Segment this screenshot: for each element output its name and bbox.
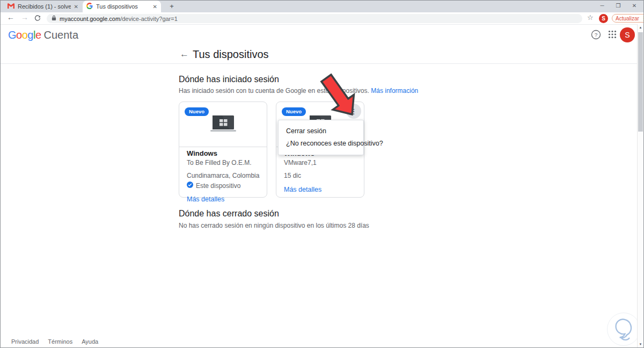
page-scrollbar[interactable]: ▲ ▼	[637, 24, 643, 347]
footer: Privacidad Términos Ayuda	[11, 338, 98, 345]
tab-strip: Recibidos (1) - solveticp1@gmail ✕ Tus d…	[1, 1, 643, 12]
device-info: Windows VMware7,1 15 dic Más detalles	[284, 149, 360, 193]
kebab-menu-icon: ⋮	[641, 16, 644, 21]
browser-window: Recibidos (1) - solveticp1@gmail ✕ Tus d…	[0, 0, 644, 348]
apps-grid-icon[interactable]	[608, 30, 617, 41]
logo-product-label: Cuenta	[44, 29, 79, 41]
new-badge: Nuevo	[282, 107, 306, 116]
update-label: Actualizar	[616, 16, 639, 21]
back-icon[interactable]: ←	[7, 13, 14, 21]
divider	[179, 147, 267, 147]
logo-letter: G	[8, 29, 16, 41]
logo-letter: o	[22, 29, 28, 41]
page-back-arrow[interactable]: ←	[180, 49, 189, 60]
signed-in-heading: Dónde has iniciado sesión	[179, 75, 279, 84]
footer-link-terms[interactable]: Términos	[48, 338, 72, 345]
logo-letter: e	[35, 29, 41, 41]
footer-link-help[interactable]: Ayuda	[82, 338, 98, 345]
reload-icon[interactable]	[34, 15, 41, 23]
extension-update-button[interactable]: Actualizar ⋮	[612, 14, 644, 23]
more-details-link[interactable]: Más detalles	[284, 186, 360, 193]
laptop-icon	[210, 114, 237, 135]
help-icon[interactable]: ?	[591, 30, 601, 42]
lightbulb-icon	[611, 316, 636, 342]
maximize-button[interactable]: ❐	[610, 1, 626, 12]
lock-icon	[52, 15, 56, 22]
new-tab-button[interactable]: +	[166, 2, 178, 11]
more-info-link[interactable]: Más información	[371, 87, 418, 95]
check-circle-icon	[187, 182, 193, 190]
google-favicon-icon	[86, 3, 93, 10]
logo-letter: o	[16, 29, 22, 41]
tab-title: Tus dispositivos	[96, 3, 150, 10]
device-card-this-device: Nuevo Windows To Be Filled By O.E.M. Cun…	[179, 102, 267, 198]
device-location: Cundinamarca, Colombia	[187, 172, 262, 179]
url-path: /device-activity?gar=1	[120, 16, 178, 22]
device-model: To Be Filled By O.E.M.	[187, 159, 262, 166]
tab-close-icon[interactable]: ✕	[153, 4, 157, 10]
device-menu-button[interactable]: ⋮	[346, 104, 361, 119]
tab-close-icon[interactable]: ✕	[74, 4, 78, 10]
url-host: myaccount.google.com	[60, 16, 120, 22]
this-device-label: Este dispositivo	[196, 182, 240, 190]
solvetic-logo	[607, 313, 640, 346]
tab-gmail[interactable]: Recibidos (1) - solveticp1@gmail ✕	[4, 1, 82, 12]
logo-letter: g	[27, 29, 33, 41]
close-button[interactable]: ✕	[626, 1, 642, 12]
device-name: Windows	[187, 149, 262, 157]
tab-your-devices[interactable]: Tus dispositivos ✕	[83, 1, 161, 12]
menu-item-sign-out[interactable]: Cerrar sesión	[279, 125, 363, 137]
device-last-active: 15 dic	[284, 172, 360, 179]
bookmark-star-icon[interactable]: ☆	[587, 13, 594, 21]
page-title: Tus dispositivos	[193, 48, 269, 61]
device-info: Windows To Be Filled By O.E.M. Cundinama…	[187, 149, 262, 203]
window-controls: ─ ❐ ✕	[594, 1, 642, 12]
signed-in-subtitle: Has iniciado sesión con tu cuenta de Goo…	[179, 87, 418, 95]
more-details-link[interactable]: Más detalles	[187, 195, 262, 203]
this-device-row: Este dispositivo	[187, 182, 262, 190]
minimize-button[interactable]: ─	[594, 1, 610, 12]
new-badge: Nuevo	[185, 107, 209, 116]
forward-icon: →	[21, 13, 28, 21]
device-model: VMware7,1	[284, 159, 360, 166]
scrollbar-thumb[interactable]	[638, 32, 643, 132]
address-bar[interactable]: myaccount.google.com/device-activity?gar…	[47, 14, 582, 23]
signed-out-heading: Dónde has cerrado sesión	[179, 209, 279, 219]
tab-title: Recibidos (1) - solveticp1@gmail	[18, 3, 71, 10]
menu-item-dont-recognize[interactable]: ¿No reconoces este dispositivo?	[279, 137, 363, 150]
svg-text:?: ?	[595, 32, 598, 38]
toolbar-avatar[interactable]: S	[599, 14, 608, 23]
signed-out-subtitle: No has cerrado sesión en ningún disposit…	[179, 222, 369, 229]
scrollbar-down-icon[interactable]: ▼	[638, 343, 643, 346]
footer-link-privacy[interactable]: Privacidad	[11, 338, 39, 345]
scrollbar-up-icon[interactable]: ▲	[638, 26, 643, 29]
divider	[1, 63, 643, 64]
google-account-logo: GoogleCuenta	[8, 29, 78, 41]
account-avatar[interactable]: S	[620, 27, 635, 42]
gmail-favicon-icon	[8, 3, 14, 10]
signed-in-subtitle-text: Has iniciado sesión con tu cuenta de Goo…	[179, 87, 369, 95]
device-dropdown-menu: Cerrar sesión ¿No reconoces este disposi…	[278, 120, 364, 155]
